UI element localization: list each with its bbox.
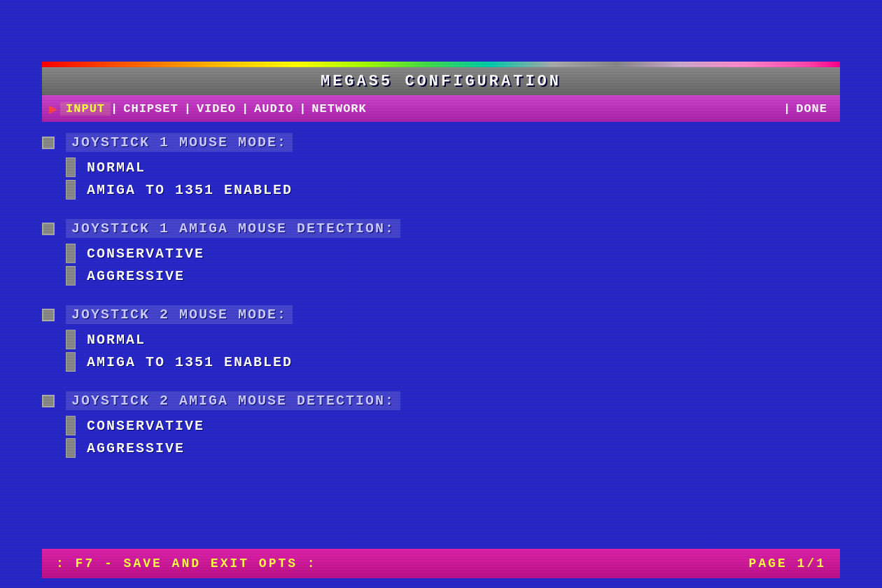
setting-label-joystick2-detection: JOYSTICK 2 AMIGA MOUSE DETECTION: [66,391,400,410]
options-joystick1-detection: CONSERVATIVE AGGRESSIVE [66,244,840,286]
option-text: AMIGA TO 1351 ENABLED [87,354,293,370]
setting-joystick2-mode: JOYSTICK 2 MOUSE MODE: NORMAL AMIGA TO 1… [42,305,840,372]
options-joystick2-mode: NORMAL AMIGA TO 1351 ENABLED [66,330,840,372]
option-row[interactable]: AMIGA TO 1351 ENABLED [66,352,840,372]
menu-item-audio[interactable]: AUDIO [248,102,299,115]
option-row[interactable]: AMIGA TO 1351 ENABLED [66,180,840,200]
option-text: NORMAL [87,332,146,348]
option-indicator-icon [66,352,76,372]
option-row[interactable]: NORMAL [66,158,840,177]
option-row[interactable]: CONSERVATIVE [66,244,840,263]
setting-label-joystick1-detection: JOYSTICK 1 AMIGA MOUSE DETECTION: [66,219,400,238]
bullet-icon [42,136,55,149]
setting-label-joystick1-mode: JOYSTICK 1 MOUSE MODE: [66,133,293,152]
options-joystick2-detection: CONSERVATIVE AGGRESSIVE [66,416,840,458]
option-text: AGGRESSIVE [87,268,185,284]
bullet-icon [42,309,55,321]
bullet-icon [42,223,55,235]
option-text: CONSERVATIVE [87,246,204,262]
menu-arrow-icon: ▶ [49,100,57,118]
menu-bar: ▶ INPUT | CHIPSET | VIDEO | AUDIO | NETW… [42,95,840,122]
option-row[interactable]: AGGRESSIVE [66,266,840,286]
option-row[interactable]: CONSERVATIVE [66,416,840,435]
setting-joystick1-mode: JOYSTICK 1 MOUSE MODE: NORMAL AMIGA TO 1… [42,133,840,200]
screen: MEGAS5 CONFIGURATION ▶ INPUT | CHIPSET |… [0,0,882,588]
page-indicator: PAGE 1/1 [749,556,826,570]
option-indicator-icon [66,330,76,349]
bullet-icon [42,395,55,407]
option-indicator-icon [66,266,76,286]
option-text: CONSERVATIVE [87,418,204,434]
option-indicator-icon [66,180,76,200]
content-area: JOYSTICK 1 MOUSE MODE: NORMAL AMIGA TO 1… [42,133,840,532]
title-bar: MEGAS5 CONFIGURATION [42,67,840,95]
menu-item-video[interactable]: VIDEO [191,102,241,115]
option-row[interactable]: AGGRESSIVE [66,438,840,458]
menu-item-chipset[interactable]: CHIPSET [118,102,183,115]
setting-label-joystick2-mode: JOYSTICK 2 MOUSE MODE: [66,305,293,324]
menu-item-input[interactable]: INPUT [60,102,111,115]
option-indicator-icon [66,438,76,458]
setting-joystick2-detection: JOYSTICK 2 AMIGA MOUSE DETECTION: CONSER… [42,391,840,458]
menu-item-done[interactable]: DONE [790,102,833,115]
option-indicator-icon [66,158,76,177]
status-save-text: : F7 - SAVE AND EXIT OPTS : [56,556,317,570]
app-title: MEGAS5 CONFIGURATION [321,73,561,90]
option-text: AGGRESSIVE [87,440,185,456]
option-text: NORMAL [87,160,146,176]
option-row[interactable]: NORMAL [66,330,840,349]
setting-joystick1-detection: JOYSTICK 1 AMIGA MOUSE DETECTION: CONSER… [42,219,840,286]
menu-item-network[interactable]: NETWORK [306,102,372,115]
options-joystick1-mode: NORMAL AMIGA TO 1351 ENABLED [66,158,840,200]
option-text: AMIGA TO 1351 ENABLED [87,182,293,198]
option-indicator-icon [66,416,76,435]
status-bar: : F7 - SAVE AND EXIT OPTS : PAGE 1/1 [42,549,840,578]
option-indicator-icon [66,244,76,263]
